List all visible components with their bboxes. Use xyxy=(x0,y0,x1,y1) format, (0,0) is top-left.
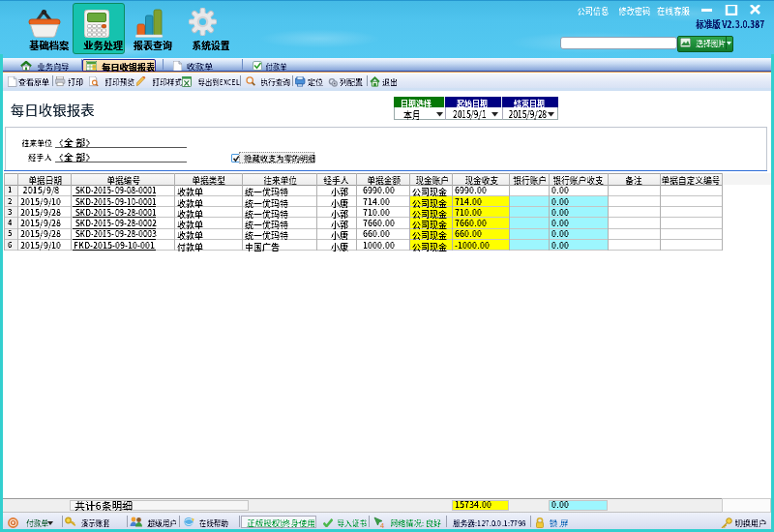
svg-text:4: 4 xyxy=(380,521,384,528)
